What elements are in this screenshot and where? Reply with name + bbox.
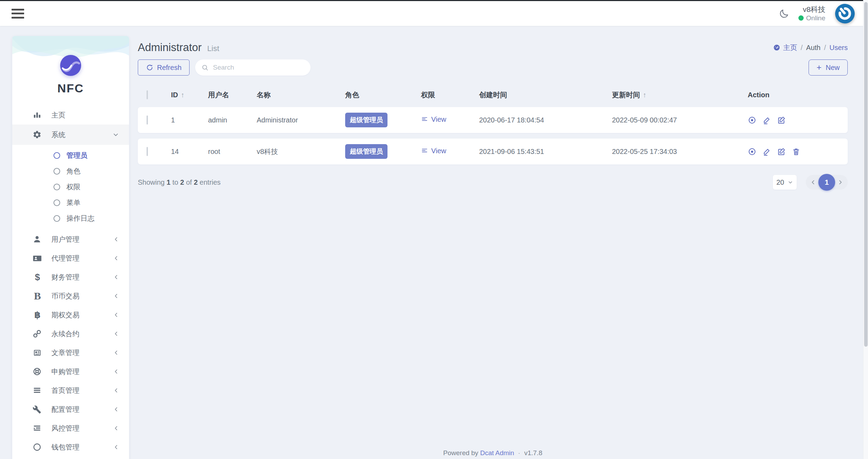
sidebar-item-coin-trade[interactable]: B 币币交易 <box>12 287 129 305</box>
bullet-circle-icon <box>54 184 60 190</box>
power-logo-icon <box>834 3 855 24</box>
sidebar-item-article-management[interactable]: 文章管理 <box>12 343 129 362</box>
chevron-left-icon <box>113 444 119 450</box>
sidebar-subitem-menu[interactable]: 菜单 <box>12 195 129 211</box>
top-navbar: v8科技 Online <box>0 0 863 26</box>
brand-name: v8科技 <box>798 5 825 14</box>
sidebar-item-label: 系统 <box>47 130 112 140</box>
chevron-left-icon <box>810 179 816 185</box>
sidebar-toggle-button[interactable] <box>12 9 24 19</box>
sort-asc-icon: ↑ <box>181 91 184 99</box>
dark-mode-toggle[interactable] <box>779 8 789 19</box>
system-submenu: 管理员 角色 权限 菜单 操作日志 <box>12 145 129 230</box>
sidebar-item-homepage-management[interactable]: 首页管理 <box>12 381 129 400</box>
quick-edit-button[interactable] <box>762 147 771 156</box>
chevron-left-icon <box>113 293 119 299</box>
view-permissions-link[interactable]: View <box>421 147 446 155</box>
bitcoin-icon: ฿ <box>33 310 47 320</box>
user-icon <box>33 235 47 244</box>
chevron-left-icon <box>113 387 119 394</box>
sidebar-item-config-management[interactable]: 配置管理 <box>12 400 129 419</box>
dcat-admin-link[interactable]: Dcat Admin <box>480 449 514 457</box>
show-button[interactable] <box>748 147 756 156</box>
sort-asc-icon: ↑ <box>643 91 646 99</box>
column-header-username: 用户名 <box>208 90 257 100</box>
chevron-left-icon <box>113 274 119 280</box>
bullet-circle-icon <box>54 168 60 175</box>
new-button[interactable]: + New <box>809 59 848 76</box>
sidebar-item-option-trade[interactable]: ฿ 期权交易 <box>12 305 129 324</box>
next-page-button[interactable] <box>837 179 844 185</box>
powered-by-footer: Powered by Dcat Admin · v1.7.8 <box>138 449 848 457</box>
edit-button[interactable] <box>777 147 786 156</box>
previous-page-button[interactable] <box>810 179 816 185</box>
cell-id: 1 <box>171 116 208 124</box>
version-label: v1.7.8 <box>524 449 542 457</box>
sidebar-item-finance-management[interactable]: $ 财务管理 <box>12 268 129 287</box>
column-header-updated[interactable]: 更新时间↑ <box>612 90 748 100</box>
column-header-id[interactable]: ID↑ <box>171 91 208 99</box>
column-header-created: 创建时间 <box>479 90 612 100</box>
table-row: 1 admin Administrator 超级管理员 View 2020-06… <box>138 107 848 133</box>
scrollbar-thumb[interactable] <box>864 2 868 347</box>
sidebar-item-staking-mining[interactable]: ¥ 质押挖矿 <box>12 457 129 459</box>
sidebar-item-risk-management[interactable]: 风控管理 <box>12 419 129 438</box>
view-permissions-link[interactable]: View <box>421 115 446 123</box>
sidebar-subitem-administrators[interactable]: 管理员 <box>12 148 129 163</box>
sidebar-item-subscription-management[interactable]: 申购管理 <box>12 362 129 381</box>
cell-id: 14 <box>171 148 208 156</box>
sidebar-logo[interactable] <box>59 54 82 77</box>
breadcrumb: 主页 / Auth / Users <box>773 43 848 52</box>
row-actions <box>748 147 848 156</box>
select-all-checkbox[interactable] <box>147 90 148 99</box>
vertical-scrollbar[interactable] <box>863 0 868 459</box>
delete-button[interactable] <box>792 147 801 156</box>
breadcrumb-home-link[interactable]: 主页 <box>773 43 797 52</box>
table-row: 14 root v8科技 超级管理员 View 2021-09-06 15:43… <box>138 139 848 164</box>
column-header-action: Action <box>748 91 848 99</box>
column-header-role: 角色 <box>345 90 421 100</box>
edit-button[interactable] <box>777 116 786 125</box>
coin-b-icon: B <box>33 290 47 302</box>
chain-link-icon <box>33 329 47 338</box>
sidebar-item-system[interactable]: 系统 <box>12 125 129 145</box>
sidebar-subitem-permissions[interactable]: 权限 <box>12 179 129 195</box>
bullet-circle-icon <box>54 215 60 222</box>
pencil-icon <box>762 116 771 125</box>
row-checkbox[interactable] <box>147 147 148 156</box>
app-logo-button[interactable] <box>834 3 855 24</box>
sidebar-item-agent-management[interactable]: 代理管理 <box>12 249 129 268</box>
show-button[interactable] <box>748 116 756 125</box>
search-input[interactable] <box>213 64 297 71</box>
quick-edit-button[interactable] <box>762 116 771 125</box>
current-page-button[interactable]: 1 <box>818 174 835 191</box>
dollar-icon: $ <box>33 272 47 283</box>
cell-name: Administrator <box>257 116 345 124</box>
chevron-left-icon <box>113 236 119 242</box>
sidebar-item-user-management[interactable]: 用户管理 <box>12 230 129 249</box>
sidebar-subitem-operation-log[interactable]: 操作日志 <box>12 211 129 226</box>
main-content: Administrator List 主页 / Auth / Users <box>138 36 848 459</box>
dashboard-gauge-icon <box>773 44 780 51</box>
newspaper-icon <box>33 348 47 358</box>
pagination: 1 <box>806 175 848 190</box>
sidebar-item-label: 主页 <box>47 111 119 120</box>
user-menu[interactable]: v8科技 Online <box>798 5 825 22</box>
sidebar-item-perpetual-contract[interactable]: 永续合约 <box>12 324 129 343</box>
wrench-icon <box>33 405 47 414</box>
sidebar-item-home[interactable]: 主页 <box>12 106 129 125</box>
bullet-circle-icon <box>54 152 60 159</box>
cell-created-at: 2021-09-06 15:43:51 <box>479 148 612 156</box>
refresh-button[interactable]: Refresh <box>138 59 190 76</box>
row-checkbox[interactable] <box>147 115 148 125</box>
sidebar-item-wallet-management[interactable]: 钱包管理 <box>12 438 129 457</box>
page-subtitle: List <box>207 44 219 53</box>
moon-icon <box>779 8 789 19</box>
id-card-icon <box>33 254 47 263</box>
column-header-permission: 权限 <box>421 90 479 100</box>
entries-summary: Showing 1 to 2 of 2 entries <box>138 178 221 186</box>
breadcrumb-users-link[interactable]: Users <box>830 44 848 52</box>
per-page-select[interactable]: 20 <box>773 175 797 190</box>
sidebar-subitem-roles[interactable]: 角色 <box>12 163 129 179</box>
cell-created-at: 2020-06-17 18:04:54 <box>479 116 612 124</box>
